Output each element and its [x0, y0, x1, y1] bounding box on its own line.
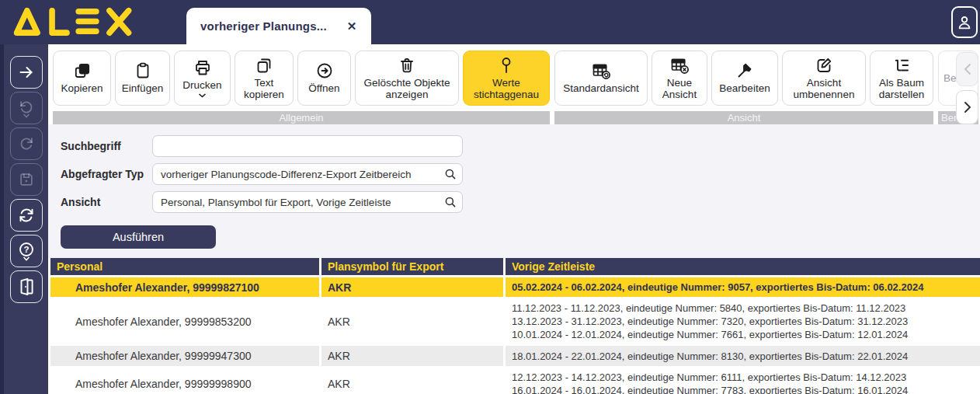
- copy-text-icon: [255, 56, 273, 75]
- ansicht-umbenennen-button[interactable]: Ansicht umbenennen: [782, 51, 866, 106]
- kopieren-button[interactable]: Kopieren: [53, 51, 111, 106]
- abgefragter-typ-input[interactable]: [152, 163, 463, 185]
- chevron-down-icon: [23, 256, 30, 261]
- suchbegriff-label: Suchbegriff: [61, 140, 152, 152]
- neue-ansicht-button[interactable]: Neue Ansicht: [652, 51, 707, 106]
- bearbeiten-button[interactable]: Bearbeiten: [711, 51, 778, 106]
- tree-icon: [892, 56, 911, 75]
- save-icon: [18, 171, 35, 188]
- user-account-button[interactable]: [951, 6, 978, 38]
- drucken-button[interactable]: Drucken: [174, 51, 231, 106]
- copy-icon: [73, 61, 92, 80]
- abgefragter-typ-search-button[interactable]: [443, 167, 457, 184]
- paste-icon: [134, 61, 152, 80]
- column-header-personal[interactable]: Personal: [50, 258, 319, 275]
- toolbar-group-allgemein: Kopieren Einfügen: [53, 51, 550, 124]
- group-label-ansicht: Ansicht: [554, 111, 933, 124]
- ribbon-nav: [956, 52, 978, 124]
- chevron-right-icon: [963, 101, 972, 113]
- ausfuehren-button[interactable]: Ausführen: [61, 225, 216, 249]
- search-icon: [443, 195, 457, 209]
- exit-door-icon: [17, 277, 36, 296]
- arrow-right-icon: [17, 63, 36, 82]
- table-row[interactable]: Ameshofer Alexander, 99999827100 AKR 05.…: [50, 277, 980, 297]
- cell-plansymbol: AKR: [321, 346, 503, 366]
- hammer-icon: [735, 61, 754, 80]
- forward-button[interactable]: [10, 56, 43, 89]
- query-form: Suchbegriff Abgefragter Typ Ansicht: [48, 124, 980, 258]
- print-icon: [193, 58, 212, 77]
- open-circle-arrow-icon: [315, 61, 334, 80]
- refresh-icon: [17, 206, 36, 225]
- ansicht-search-button[interactable]: [443, 195, 457, 212]
- cell-zeitleiste: 05.02.2024 - 06.02.2024, eindeutige Numm…: [506, 277, 980, 297]
- cell-zeitleiste: 11.12.2023 - 11.12.2023, eindeutige Numm…: [506, 299, 980, 343]
- chevron-down-icon: [23, 113, 30, 118]
- alex-logo-icon: [11, 5, 151, 37]
- als-baum-darstellen-button[interactable]: Als Baum darstellen: [870, 51, 933, 106]
- cell-personal: Ameshofer Alexander, 99999827100: [50, 277, 319, 297]
- app-header: vorheriger Planungs... ✕: [0, 0, 980, 44]
- table-new-icon: [669, 56, 690, 75]
- table-header-row: Personal Plansymbol für Export Vorige Ze…: [50, 258, 980, 275]
- werte-stichtaggenau-button[interactable]: Werte stichtaggenau: [463, 51, 550, 106]
- tab-close-icon[interactable]: ✕: [347, 19, 357, 33]
- column-header-vorige-zeitleiste[interactable]: Vorige Zeitleiste: [506, 258, 980, 275]
- geloeschte-objekte-anzeigen-button[interactable]: Gelöschte Objekte anzeigen: [355, 51, 459, 106]
- cell-personal: Ameshofer Alexander, 99999853200: [50, 299, 319, 343]
- cell-plansymbol: AKR: [321, 299, 503, 343]
- ansicht-input[interactable]: [152, 191, 463, 213]
- edit-icon: [815, 56, 833, 75]
- ribbon-toolbar: Kopieren Einfügen: [48, 44, 980, 124]
- table-refresh-icon: [591, 61, 611, 80]
- table-row[interactable]: Ameshofer Alexander, 99999998900 AKR 12.…: [50, 368, 980, 394]
- cell-zeitleiste: 12.12.2023 - 14.12.2023, eindeutige Numm…: [506, 368, 980, 394]
- cell-plansymbol: AKR: [321, 368, 503, 394]
- einfuegen-button[interactable]: Einfügen: [115, 51, 170, 106]
- group-label-allgemein: Allgemein: [53, 111, 550, 124]
- table-row[interactable]: Ameshofer Alexander, 99999947300 AKR 18.…: [50, 346, 980, 366]
- pin-icon: [497, 56, 516, 75]
- tab-vorheriger-planungs[interactable]: vorheriger Planungs... ✕: [186, 8, 371, 44]
- abgefragter-typ-label: Abgefragter Typ: [61, 168, 152, 180]
- ansicht-label: Ansicht: [61, 196, 152, 208]
- svg-text:?: ?: [23, 245, 29, 254]
- refresh-button[interactable]: [10, 199, 43, 232]
- cell-personal: Ameshofer Alexander, 99999998900: [50, 368, 319, 394]
- text-kopieren-button[interactable]: Text kopieren: [235, 51, 294, 106]
- toolbar-group-ansicht: Standardansicht Neue Ansicht: [554, 51, 933, 124]
- standardansicht-button[interactable]: Standardansicht: [554, 51, 648, 106]
- suchbegriff-input[interactable]: [152, 135, 463, 157]
- tab-title: vorheriger Planungs...: [200, 19, 327, 33]
- cell-plansymbol: AKR: [321, 277, 503, 297]
- cell-zeitleiste: 18.01.2024 - 22.01.2024, eindeutige Numm…: [506, 346, 980, 366]
- exit-button[interactable]: [10, 270, 43, 303]
- redo-icon: [18, 135, 35, 152]
- cell-personal: Ameshofer Alexander, 99999947300: [50, 346, 319, 366]
- redo-button[interactable]: [10, 127, 43, 160]
- dropdown-chevron-icon: [198, 93, 207, 98]
- left-sidebar: ?: [0, 44, 48, 394]
- column-header-plansymbol[interactable]: Plansymbol für Export: [321, 258, 503, 275]
- search-icon: [443, 167, 457, 181]
- oeffnen-button[interactable]: Öffnen: [297, 51, 351, 106]
- ribbon-scroll-left-button[interactable]: [956, 52, 978, 86]
- table-row[interactable]: Ameshofer Alexander, 99999853200 AKR 11.…: [50, 299, 980, 343]
- alex-logo: [11, 5, 151, 40]
- save-button[interactable]: [10, 163, 43, 196]
- ribbon-scroll-right-button[interactable]: [956, 90, 978, 124]
- undo-button[interactable]: [10, 92, 43, 124]
- trash-icon: [398, 56, 416, 75]
- results-table: Personal Plansymbol für Export Vorige Ze…: [48, 258, 980, 394]
- help-button[interactable]: ?: [10, 235, 43, 267]
- person-icon: [956, 13, 973, 32]
- chevron-left-icon: [963, 63, 972, 75]
